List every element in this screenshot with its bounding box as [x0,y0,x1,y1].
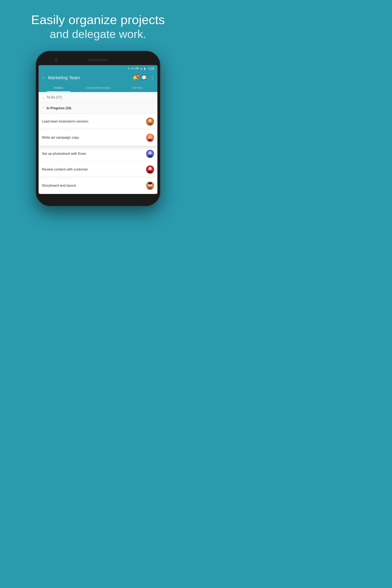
inprogress-chevron-icon: ⌃ [42,106,44,110]
task-row[interactable]: Set up photoshoot with Evan [38,146,158,162]
task-text: Lead team brainstorm session [42,120,146,124]
task-text: Review content with customer [42,168,146,172]
tab-conversations[interactable]: CONVERSATIONS [78,84,118,92]
app-header: ← Marketing Team 🔔 15 💬 ⋮ [38,72,158,84]
inprogress-section-header[interactable]: ⌃ In Progress (10) ⋮ [38,103,158,114]
back-button[interactable]: ← [42,75,46,80]
svg-point-1 [148,119,152,122]
svg-point-11 [148,167,152,170]
task-row-elevated-bottom[interactable]: Storyboard and layout [38,178,158,194]
todo-chevron-icon: ⌄ [42,96,44,100]
task-text: Write ad campaign copy [42,136,146,140]
tab-notes[interactable]: NOTES [118,84,158,92]
bluetooth-icon: ∗ [128,67,130,70]
svg-point-8 [148,151,152,154]
lte-icon: LTE [135,67,139,70]
phone-wrapper: ∗ ⊖ LTE ▲ ▮ 3:28 ← Marketing Team 🔔 15 [0,51,196,206]
app-tabs: TASKS CONVERSATIONS NOTES [38,84,158,92]
minus-circle-icon: ⊖ [131,67,134,70]
status-time: 3:28 [148,67,154,70]
task-text: Storyboard and layout [42,184,146,188]
task-text: Set up photoshoot with Evan [42,152,146,156]
task-list: ⌄ To Do (17) ⋮ ⌃ In Progress (10) ⋮ Lead… [38,92,158,194]
more-options-icon[interactable]: ⋮ [150,75,154,80]
inprogress-more-icon[interactable]: ⋮ [150,106,154,111]
todo-section-header[interactable]: ⌄ To Do (17) ⋮ [38,92,158,103]
todo-section-title: To Do (17) [46,96,148,99]
chat-icon[interactable]: 💬 [141,75,147,80]
tab-tasks[interactable]: TASKS [38,84,78,92]
task-row[interactable]: Lead team brainstorm session [38,114,158,130]
notification-bell[interactable]: 🔔 15 [132,75,138,80]
avatar [146,118,154,126]
hero-section: Easily organize projects and delegate wo… [0,0,196,49]
phone-bottom-bar [38,194,158,202]
task-row-elevated[interactable]: Write ad campaign copy [38,130,158,146]
svg-point-16 [148,182,152,184]
phone-device: ∗ ⊖ LTE ▲ ▮ 3:28 ← Marketing Team 🔔 15 [36,51,160,206]
phone-camera [55,58,58,62]
avatar [146,166,154,174]
notification-badge: 15 [136,74,140,78]
avatar [146,182,154,190]
app-title: Marketing Team [48,75,130,80]
phone-screen: ∗ ⊖ LTE ▲ ▮ 3:28 ← Marketing Team 🔔 15 [38,65,158,194]
inprogress-section-title: In Progress (10) [46,106,148,110]
battery-icon: ▮ [144,67,145,70]
svg-point-6 [148,134,152,137]
signal-icon: ▲ [140,67,143,70]
hero-line1: Easily organize projects [0,12,196,27]
header-icons: 🔔 15 💬 ⋮ [132,75,154,80]
status-icons: ∗ ⊖ LTE ▲ ▮ [128,67,145,70]
phone-top-bar [38,55,158,65]
avatar [146,150,154,158]
phone-speaker [88,59,108,61]
avatar [146,134,154,142]
task-row[interactable]: Review content with customer [38,162,158,178]
todo-more-icon[interactable]: ⋮ [150,95,154,100]
status-bar: ∗ ⊖ LTE ▲ ▮ 3:28 [38,65,158,72]
hero-line2: and delegate work. [0,27,196,41]
